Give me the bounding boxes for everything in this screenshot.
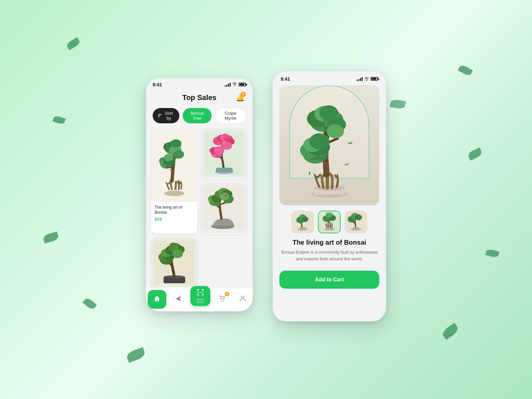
scan-icon (197, 289, 204, 298)
notification-button[interactable]: 🔔 5 (234, 92, 246, 104)
svg-rect-18 (216, 168, 233, 172)
svg-rect-2 (158, 117, 160, 117)
thumbnail-3[interactable] (345, 211, 367, 233)
product-price-1: $29 (155, 217, 194, 222)
svg-point-14 (170, 169, 171, 171)
product-card-3[interactable]: Cotoneaster Bonsai $41 (201, 183, 247, 234)
left-header: Top Sales 🔔 5 (146, 90, 253, 108)
product-info-3: Cotoneaster Bonsai $41 (201, 233, 247, 234)
decorative-leaf (53, 115, 66, 125)
svg-point-27 (222, 142, 232, 150)
battery-icon (239, 83, 246, 86)
svg-point-63 (221, 300, 222, 301)
home-icon (154, 295, 160, 304)
notification-badge: 5 (241, 92, 246, 97)
filter-row: Sort by Bonsai Tree Crape Myrtle (146, 108, 253, 128)
product-card-4[interactable]: Menkind Bonsai Tree $38 (151, 238, 197, 288)
chip-label: Bonsai Tree (191, 111, 204, 121)
status-icons-left (225, 82, 246, 87)
thumb-svg-1 (294, 213, 311, 231)
svg-rect-62 (197, 292, 204, 293)
product-image-2 (201, 128, 247, 178)
sort-icon (158, 114, 162, 118)
page-title: Top Sales (165, 93, 234, 102)
svg-rect-83 (299, 227, 306, 230)
phone-left: 9:41 Top Sales (146, 78, 253, 311)
send-icon (175, 295, 182, 304)
profile-icon (239, 295, 246, 304)
product-image-1 (151, 128, 197, 202)
decorative-leaf (458, 64, 473, 77)
decorative-leaf (441, 323, 460, 340)
product-image-3 (201, 183, 247, 233)
detail-image-container (279, 85, 379, 205)
svg-point-53 (169, 243, 178, 250)
filter-chip-bonsai[interactable]: Bonsai Tree (183, 108, 212, 123)
status-bar-left: 9:41 (146, 78, 253, 90)
svg-point-81 (319, 105, 338, 120)
decorative-leaf (126, 347, 146, 363)
scan-label: Scan &Search (197, 298, 204, 303)
thumbnail-1[interactable] (291, 211, 314, 233)
svg-point-15 (172, 170, 173, 171)
menkind-svg (154, 241, 194, 284)
decorative-leaf (467, 147, 483, 161)
svg-point-41 (225, 195, 227, 196)
svg-rect-94 (353, 227, 359, 230)
svg-point-97 (355, 214, 362, 220)
nav-scan[interactable]: Scan &Search (190, 286, 210, 306)
nav-profile[interactable] (234, 291, 251, 308)
product-name-1: The living art of Bonsai (155, 205, 194, 215)
svg-point-7 (164, 154, 173, 161)
svg-point-64 (223, 300, 224, 301)
decorative-leaf (390, 99, 406, 109)
detail-product-name: The living art of Bonsai (281, 239, 378, 246)
svg-point-40 (221, 193, 222, 194)
add-to-cart-button[interactable]: Add to Cart (279, 271, 379, 289)
chip-label: Crape Myrtle (225, 111, 236, 121)
sort-button[interactable]: Sort by (153, 108, 179, 123)
status-time-right: 9:41 (281, 76, 290, 82)
svg-rect-0 (158, 114, 162, 115)
detail-bonsai-svg (286, 92, 373, 199)
nav-cart[interactable]: 3 (214, 291, 231, 308)
svg-point-73 (309, 133, 329, 149)
svg-point-80 (327, 124, 344, 138)
thumb-bg-2 (319, 211, 340, 233)
decorative-leaf (485, 248, 499, 258)
thumb-svg-2 (321, 213, 338, 231)
thumb-svg-3 (348, 213, 364, 231)
svg-point-65 (241, 296, 244, 299)
product-card-2[interactable]: Japanese Maple Bonsai $32 (201, 128, 247, 179)
thumb-bg-3 (345, 211, 367, 233)
detail-info: The living art of Bonsai Bonsai Empire i… (273, 239, 386, 268)
wifi-icon (232, 82, 237, 87)
bottom-navigation: Scan &Search 3 (146, 287, 253, 311)
filter-chip-crape[interactable]: Crape Myrtle (215, 108, 246, 124)
bonsai-ginseng-svg (153, 132, 196, 198)
svg-point-52 (172, 249, 183, 258)
sort-label: Sort by (164, 111, 174, 121)
product-image-4 (151, 238, 197, 288)
product-card-1[interactable]: The living art of Bonsai $29 (151, 128, 197, 234)
decorative-leaf (43, 232, 59, 244)
decorative-leaf (66, 37, 81, 50)
svg-point-39 (215, 199, 217, 200)
status-icons-right (357, 76, 378, 82)
status-time-left: 9:41 (153, 82, 162, 87)
thumbnail-2-active[interactable] (318, 211, 341, 233)
svg-rect-61 (203, 294, 203, 295)
nav-explore[interactable] (170, 291, 187, 308)
japanese-maple-svg (204, 132, 244, 175)
svg-point-13 (171, 139, 181, 147)
signal-icon-right (357, 77, 363, 81)
wifi-icon-right (364, 76, 369, 82)
status-bar-right: 9:41 (273, 71, 386, 85)
decorative-leaf (82, 297, 97, 310)
thumbnails-row (273, 211, 386, 239)
nav-home[interactable] (148, 290, 166, 309)
svg-point-12 (173, 150, 184, 159)
thumb-bg-1 (292, 211, 313, 233)
svg-rect-1 (158, 115, 161, 116)
phone-right: 9:41 (273, 71, 386, 321)
